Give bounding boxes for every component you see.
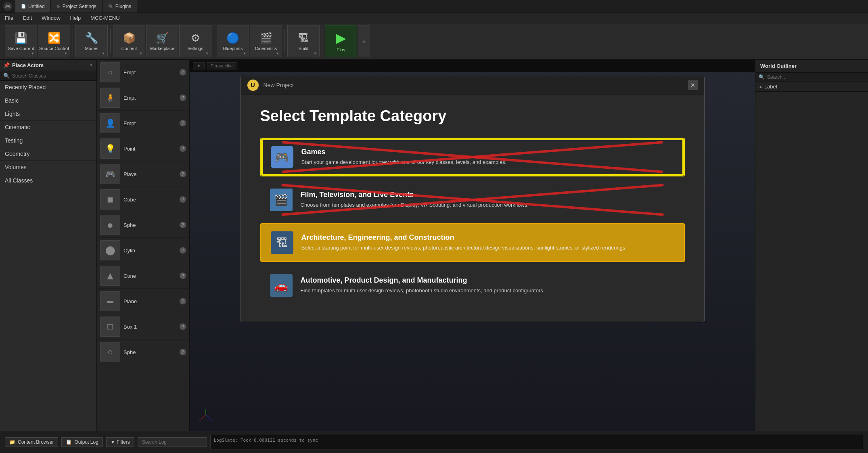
actor-info-empt1[interactable]: ? bbox=[180, 69, 186, 76]
actor-thumb-sphere2: ○ bbox=[100, 342, 120, 362]
tab-project-settings[interactable]: ⚙ Project Settings bbox=[51, 0, 102, 13]
toolbar-content-btn[interactable]: 📦 Content ▼ bbox=[113, 25, 145, 57]
actor-info-sphere1[interactable]: ? bbox=[180, 222, 186, 228]
filters-label: ▼ Filters bbox=[111, 439, 130, 445]
actor-name-sphere1: Sphe bbox=[123, 222, 136, 228]
actor-info-cone[interactable]: ? bbox=[180, 273, 186, 279]
toolbar-source-btn[interactable]: 🔀 Source Control ▼ bbox=[38, 25, 70, 57]
actor-info-cylinder[interactable]: ? bbox=[180, 247, 186, 254]
plugins-tab-icon: 🔌 bbox=[108, 4, 113, 8]
menu-file[interactable]: File bbox=[3, 14, 15, 22]
category-all-classes[interactable]: All Classes bbox=[0, 174, 96, 187]
actor-info-cube[interactable]: ? bbox=[180, 196, 186, 203]
content-icon: 📦 bbox=[123, 32, 136, 44]
filters-btn[interactable]: ▼ Filters bbox=[106, 437, 134, 447]
arch-icon: 🏗 bbox=[271, 231, 293, 254]
actor-item-cube[interactable]: ■ Cube ? bbox=[97, 187, 189, 212]
world-outliner-header: World Outliner bbox=[755, 60, 868, 73]
actor-item-sphere1[interactable]: ● Sphe ? bbox=[97, 212, 189, 238]
content-browser-icon: 📁 bbox=[9, 439, 15, 445]
toolbar-play-btn[interactable]: ▶ Play bbox=[325, 25, 357, 57]
auto-icon: 🚗 bbox=[270, 274, 293, 297]
cinematics-arrow: ▼ bbox=[276, 52, 279, 55]
template-item-film[interactable]: 🎬 Film, Television, and Live Events Choo… bbox=[260, 181, 685, 218]
world-outliner-search: 🔍 bbox=[755, 73, 868, 82]
place-actors-title: Place Actors bbox=[12, 62, 44, 68]
actor-info-plane[interactable]: ? bbox=[180, 298, 186, 304]
search-log-input[interactable] bbox=[138, 437, 207, 447]
marketplace-icon: 🛒 bbox=[156, 32, 169, 44]
actor-name-empt2: Empt bbox=[123, 95, 136, 101]
actor-item-plane[interactable]: ▬ Plane ? bbox=[97, 289, 189, 314]
toolbar-sep-5 bbox=[322, 29, 322, 53]
actor-info-empt2[interactable]: ? bbox=[180, 94, 186, 101]
actor-info-box[interactable]: ? bbox=[180, 323, 186, 330]
actor-thumb-point: 💡 bbox=[100, 138, 120, 159]
actor-item-cylinder[interactable]: ⬤ Cylin ? bbox=[97, 238, 189, 263]
content-browser-btn[interactable]: 📁 Content Browser bbox=[5, 437, 58, 447]
games-icon: 🎮 bbox=[271, 146, 293, 168]
save-arrow: ▼ bbox=[31, 52, 34, 55]
save-label: Save Current bbox=[8, 46, 34, 51]
category-testing[interactable]: Testing bbox=[0, 134, 96, 147]
collapse-icon[interactable]: ▼ bbox=[89, 63, 93, 67]
play-label: Play bbox=[337, 47, 345, 52]
actor-name-cone: Cone bbox=[123, 273, 136, 279]
more-label: » bbox=[362, 38, 366, 44]
template-item-auto[interactable]: 🚗 Automotive, Product Design, and Manufa… bbox=[260, 267, 685, 304]
toolbar-blueprints-btn[interactable]: 🔵 Blueprints ▼ bbox=[217, 25, 249, 57]
auto-info: Automotive, Product Design, and Manufact… bbox=[301, 276, 675, 294]
toolbar-cinematics-btn[interactable]: 🎬 Cinematics ▼ bbox=[250, 25, 282, 57]
actor-item-cone[interactable]: ▲ Cone ? bbox=[97, 263, 189, 289]
actor-item-box[interactable]: □ Box 1 ? bbox=[97, 314, 189, 340]
template-item-arch[interactable]: 🏗 Architecture, Engineering, and Constru… bbox=[260, 223, 685, 262]
tab-untitled[interactable]: 📄 Untitled bbox=[15, 0, 51, 13]
toolbar-more-btn[interactable]: » bbox=[358, 25, 370, 57]
actor-name-point: Point bbox=[123, 146, 136, 152]
category-recently-placed[interactable]: Recently Placed bbox=[0, 81, 96, 94]
toolbar-settings-btn[interactable]: ⚙ Settings ▼ bbox=[179, 25, 211, 57]
film-icon: 🎬 bbox=[270, 189, 293, 211]
actor-item-point[interactable]: 💡 Point ? bbox=[97, 136, 189, 161]
source-label: Source Control bbox=[39, 46, 69, 51]
actor-name-player: Playe bbox=[123, 171, 137, 177]
toolbar-modes-btn[interactable]: 🔧 Modes ▼ bbox=[75, 25, 108, 57]
menu-mcc[interactable]: MCC-MENU bbox=[89, 14, 121, 22]
modes-label: Modes bbox=[85, 46, 98, 51]
viewport[interactable]: ▼ Perspective Z X U New Project bbox=[190, 60, 755, 431]
category-geometry[interactable]: Geometry bbox=[0, 147, 96, 161]
toolbar-marketplace-btn[interactable]: 🛒 Marketplace bbox=[146, 25, 178, 57]
actor-info-point[interactable]: ? bbox=[180, 145, 186, 152]
menu-window[interactable]: Window bbox=[40, 14, 62, 22]
actor-item-player[interactable]: 🎮 Playe ? bbox=[97, 161, 189, 187]
actor-item-sphere2[interactable]: ○ Sphe ? bbox=[97, 340, 189, 365]
menu-edit[interactable]: Edit bbox=[21, 14, 33, 22]
template-item-games[interactable]: 🎮 Games Start your game development jour… bbox=[260, 138, 685, 176]
label-col-up-icon: ▲ bbox=[759, 84, 763, 89]
dialog-title: New Project bbox=[264, 82, 294, 88]
search-classes-input[interactable] bbox=[12, 73, 93, 79]
category-basic[interactable]: Basic bbox=[0, 94, 96, 107]
toolbar-save-btn[interactable]: 💾 Save Current ▼ bbox=[5, 25, 37, 57]
place-actors-header: 📌 Place Actors ▼ bbox=[0, 60, 96, 71]
actor-item-empt2[interactable]: 🧍 Empt ? bbox=[97, 85, 189, 111]
category-lights[interactable]: Lights bbox=[0, 107, 96, 121]
actor-item-empt3[interactable]: 👤 Empt ? bbox=[97, 111, 189, 136]
world-outliner-search-input[interactable] bbox=[767, 74, 865, 80]
toolbar-build-btn[interactable]: 🏗 Build ▼ bbox=[287, 25, 320, 57]
category-volumes[interactable]: Volumes bbox=[0, 161, 96, 174]
actor-info-sphere2[interactable]: ? bbox=[180, 349, 186, 355]
toolbar-sep-3 bbox=[214, 29, 214, 53]
actor-info-player[interactable]: ? bbox=[180, 171, 186, 177]
actor-item-empt1[interactable]: ○ Empt ? bbox=[97, 60, 189, 85]
tab-plugins[interactable]: 🔌 Plugins bbox=[102, 0, 137, 13]
menu-help[interactable]: Help bbox=[69, 14, 83, 22]
dialog-close-btn[interactable]: ✕ bbox=[688, 80, 698, 90]
settings-icon: ⚙ bbox=[191, 32, 200, 44]
settings-tab-icon: ⚙ bbox=[56, 4, 60, 8]
category-cinematic[interactable]: Cinematic bbox=[0, 121, 96, 134]
output-log-btn[interactable]: 📋 Output Log bbox=[61, 437, 102, 447]
toolbar: 💾 Save Current ▼ 🔀 Source Control ▼ 🔧 Mo… bbox=[0, 23, 868, 60]
film-name: Film, Television, and Live Events bbox=[301, 191, 675, 199]
actor-info-empt3[interactable]: ? bbox=[180, 120, 186, 126]
